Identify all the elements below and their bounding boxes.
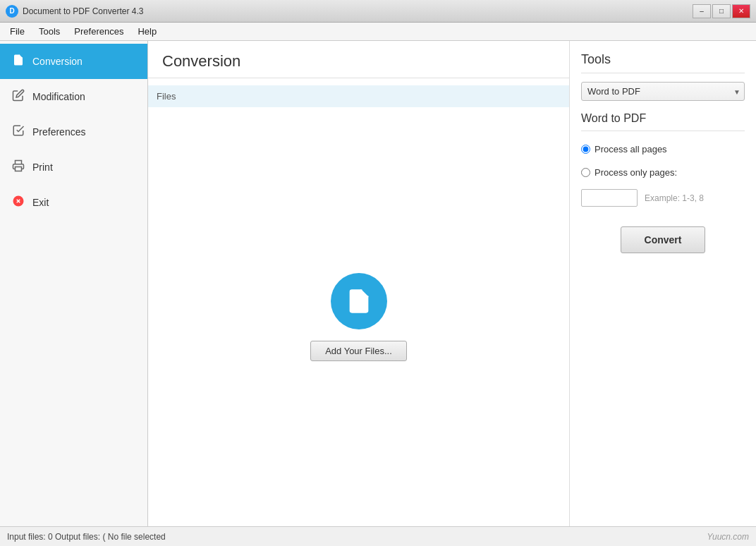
sidebar-item-print[interactable]: Print xyxy=(0,150,147,185)
word-to-pdf-label: Word to PDF xyxy=(581,112,745,131)
conversion-type-dropdown[interactable]: Word to PDFExcel to PDFPowerPoint to PDF… xyxy=(581,82,745,101)
svg-rect-0 xyxy=(16,167,22,171)
menu-bar: File Tools Preferences Help xyxy=(0,23,756,41)
only-pages-radio[interactable] xyxy=(581,168,590,177)
status-text: Input files: 0 Output files: ( No file s… xyxy=(7,532,166,542)
process-all-pages-row: Process all pages xyxy=(581,144,745,154)
sidebar-item-conversion[interactable]: Conversion xyxy=(0,44,147,79)
content-area: Conversion Files Add Your Files... xyxy=(148,41,569,526)
sidebar-item-exit[interactable]: Exit xyxy=(0,185,147,220)
convert-button[interactable]: Convert xyxy=(621,226,705,253)
content-header: Conversion xyxy=(148,41,569,78)
sidebar-label-preferences: Preferences xyxy=(32,126,85,138)
pages-input[interactable] xyxy=(581,189,638,207)
title-bar-text: Document to PDF Converter 4.3 xyxy=(23,6,693,16)
window-controls: – □ ✕ xyxy=(693,4,750,18)
only-pages-label: Process only pages: xyxy=(595,167,677,178)
files-section-header: Files xyxy=(148,85,569,107)
app-icon: D xyxy=(6,5,18,18)
watermark-text: Yuucn.com xyxy=(707,532,749,542)
menu-preferences[interactable]: Preferences xyxy=(67,24,130,39)
menu-file[interactable]: File xyxy=(3,24,32,39)
process-only-pages-row: Process only pages: xyxy=(581,167,745,178)
minimize-button[interactable]: – xyxy=(693,4,711,18)
tools-dropdown-wrapper: Word to PDFExcel to PDFPowerPoint to PDF… xyxy=(581,82,745,101)
page-title: Conversion xyxy=(162,52,555,71)
close-button[interactable]: ✕ xyxy=(732,4,750,18)
print-icon xyxy=(11,159,25,175)
add-files-button[interactable]: Add Your Files... xyxy=(310,341,407,361)
file-drop-area[interactable]: Add Your Files... xyxy=(148,107,569,526)
main-layout: Conversion Modification Preferences Prin… xyxy=(0,41,756,526)
all-pages-label: Process all pages xyxy=(595,144,667,154)
sidebar-item-modification[interactable]: Modification xyxy=(0,79,147,114)
sidebar-label-exit: Exit xyxy=(32,197,49,208)
maximize-button[interactable]: □ xyxy=(712,4,731,18)
document-plus-svg xyxy=(345,287,373,315)
file-add-icon xyxy=(331,273,387,329)
conversion-icon xyxy=(11,54,25,69)
pages-example-text: Example: 1-3, 8 xyxy=(645,193,704,203)
files-label: Files xyxy=(157,91,176,102)
tools-panel: Tools Word to PDFExcel to PDFPowerPoint … xyxy=(569,41,756,526)
title-bar: D Document to PDF Converter 4.3 – □ ✕ xyxy=(0,0,756,23)
sidebar-label-modification: Modification xyxy=(32,91,85,102)
sidebar: Conversion Modification Preferences Prin… xyxy=(0,41,148,526)
status-bar: Input files: 0 Output files: ( No file s… xyxy=(0,526,756,546)
preferences-icon xyxy=(11,124,25,140)
sidebar-item-preferences[interactable]: Preferences xyxy=(0,114,147,150)
sidebar-label-print: Print xyxy=(32,162,53,173)
pages-input-row: Example: 1-3, 8 xyxy=(581,189,745,207)
menu-help[interactable]: Help xyxy=(130,24,164,39)
all-pages-radio[interactable] xyxy=(581,145,590,154)
exit-icon xyxy=(11,195,25,210)
sidebar-label-conversion: Conversion xyxy=(32,56,83,67)
tools-title: Tools xyxy=(581,52,745,73)
menu-tools[interactable]: Tools xyxy=(32,24,67,39)
modification-icon xyxy=(11,89,25,104)
